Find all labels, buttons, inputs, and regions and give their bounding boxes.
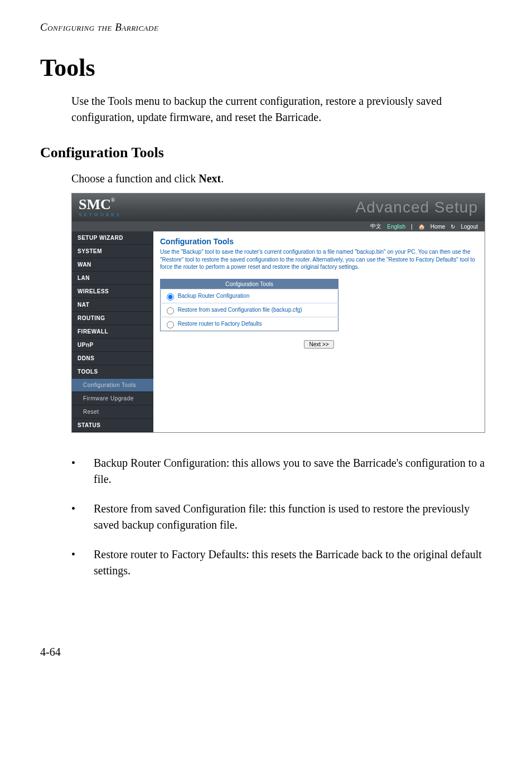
nav-configuration-tools[interactable]: Configuration Tools — [72, 379, 153, 392]
nav-lan[interactable]: LAN — [72, 272, 153, 285]
lang-en-link[interactable]: English — [387, 224, 405, 230]
bullet-marker: • — [71, 501, 94, 533]
nav-nat[interactable]: NAT — [72, 298, 153, 312]
nav-routing[interactable]: ROUTING — [72, 312, 153, 325]
radio-restore[interactable] — [167, 307, 174, 315]
next-button-container: Next >> — [160, 340, 478, 349]
separator: | — [411, 224, 413, 230]
router-screenshot: SMC® Networks Advanced Setup 中文 English … — [71, 193, 485, 433]
option-row-factory[interactable]: Restore router to Factory Defaults — [161, 317, 338, 331]
option-row-backup[interactable]: Backup Router Configuration — [161, 289, 338, 303]
logout-link[interactable]: Logout — [461, 224, 478, 230]
bullet-item-3: • Restore router to Factory Defaults: th… — [71, 546, 492, 579]
nav-wireless[interactable]: WIRELESS — [72, 285, 153, 298]
document-page: Configuring the Barricade Tools Use the … — [0, 0, 532, 681]
bullet-text-1: Backup Router Configuration: this allows… — [94, 455, 492, 487]
brand-right: Advanced Setup — [356, 199, 478, 216]
option-label-factory: Restore router to Factory Defaults — [178, 320, 262, 326]
screenshot-main: Configuration Tools Use the "Backup" too… — [153, 231, 485, 432]
running-head: Configuring the Barricade — [40, 21, 492, 33]
nav-status[interactable]: STATUS — [72, 419, 153, 432]
nav-system[interactable]: SYSTEM — [72, 245, 153, 258]
nav-setup-wizard[interactable]: SETUP WIZARD — [72, 231, 153, 245]
nav-firmware-upgrade[interactable]: Firmware Upgrade — [72, 392, 153, 405]
logo-subtext: Networks — [79, 213, 121, 217]
nav-ddns[interactable]: DDNS — [72, 352, 153, 365]
bullet-marker: • — [71, 455, 94, 487]
radio-backup[interactable] — [167, 293, 174, 301]
config-tools-table: Confgiuration Tools Backup Router Config… — [160, 279, 338, 331]
logo-reg: ® — [111, 197, 115, 203]
next-keyword: Next — [199, 172, 221, 185]
option-row-restore[interactable]: Restore from saved Configuration file (b… — [161, 303, 338, 317]
section-intro-suffix: . — [221, 172, 224, 185]
lang-cn-link[interactable]: 中文 — [370, 222, 381, 230]
intro-paragraph: Use the Tools menu to backup the current… — [71, 93, 492, 125]
main-description: Use the "Backup" tool to save the router… — [160, 248, 478, 271]
nav-wan[interactable]: WAN — [72, 258, 153, 272]
radio-factory[interactable] — [167, 321, 174, 328]
sidebar-nav: SETUP WIZARD SYSTEM WAN LAN WIRELESS NAT… — [72, 231, 153, 432]
section-heading: Configuration Tools — [40, 144, 492, 161]
page-title: Tools — [40, 54, 492, 82]
screenshot-subbar: 中文 English | 🏠 Home ↻ Logout — [72, 221, 485, 231]
logo: SMC® Networks — [79, 197, 121, 217]
table-header: Confgiuration Tools — [161, 279, 338, 289]
nav-upnp[interactable]: UPnP — [72, 338, 153, 352]
bullet-marker: • — [71, 546, 94, 579]
bullet-text-3: Restore router to Factory Defaults: this… — [94, 546, 492, 579]
home-icon: 🏠 — [418, 224, 425, 230]
bullet-list: • Backup Router Configuration: this allo… — [71, 455, 492, 579]
nav-firewall[interactable]: FIREWALL — [72, 325, 153, 338]
nav-reset[interactable]: Reset — [72, 405, 153, 419]
next-button[interactable]: Next >> — [304, 340, 333, 349]
bullet-item-1: • Backup Router Configuration: this allo… — [71, 455, 492, 487]
logo-text: SMC — [79, 196, 111, 212]
home-link[interactable]: Home — [431, 224, 446, 230]
section-intro: Choose a function and click Next. — [71, 172, 492, 185]
screenshot-header: SMC® Networks Advanced Setup — [72, 194, 485, 221]
screenshot-body: SETUP WIZARD SYSTEM WAN LAN WIRELESS NAT… — [72, 231, 485, 432]
option-label-backup: Backup Router Configuration — [178, 292, 249, 298]
logout-icon: ↻ — [451, 224, 455, 230]
bullet-text-2: Restore from saved Configuration file: t… — [94, 501, 492, 533]
option-label-restore: Restore from saved Configuration file (b… — [178, 306, 302, 312]
section-intro-prefix: Choose a function and click — [71, 172, 199, 185]
nav-tools[interactable]: TOOLS — [72, 365, 153, 379]
bullet-item-2: • Restore from saved Configuration file:… — [71, 501, 492, 533]
main-heading: Configuration Tools — [160, 237, 478, 246]
page-number: 4-64 — [40, 646, 492, 659]
